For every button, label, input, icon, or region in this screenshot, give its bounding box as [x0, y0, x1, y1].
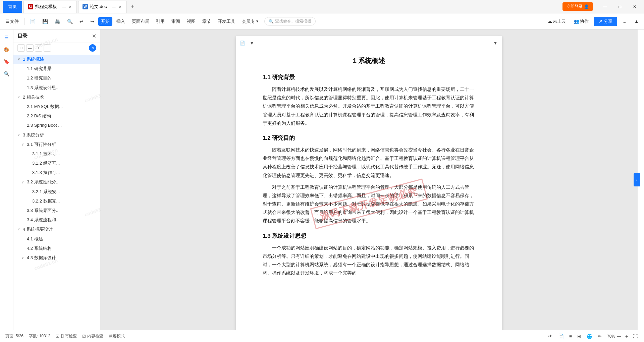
win-max-button[interactable]: □	[613, 2, 627, 11]
doc-toolbar-right: ▼	[491, 39, 499, 47]
toc-item[interactable]: ∨3 系统分析	[13, 130, 100, 140]
sidebar-icons: ☰ 🎨 🔖 🔍	[0, 30, 13, 330]
tab-add[interactable]: +	[128, 2, 138, 11]
tab-wps-close[interactable]: ✕	[68, 4, 72, 9]
toolbar-view[interactable]: 视图	[184, 17, 198, 26]
title-bar-right: 立即登录 👤 — □ ✕	[562, 2, 641, 11]
status-icon-web[interactable]: 🌐	[587, 334, 592, 339]
sidebar-icon-bookmark[interactable]: 🔖	[1, 56, 12, 67]
toc-title: 目录	[17, 33, 28, 39]
toolbar-reference[interactable]: 引用	[153, 17, 167, 26]
sidebar-icon-style[interactable]: 🎨	[1, 44, 12, 55]
toc-item[interactable]: ∨4 系统概要设计	[13, 225, 100, 234]
toc-item[interactable]: 2.1 MYSQL 数据...	[13, 102, 100, 111]
toolbar-cloud[interactable]: ☁ 未上云	[545, 17, 569, 26]
tab-home[interactable]: 首页	[3, 1, 22, 13]
toc-item-label: 3.2.2 数据完...	[32, 198, 60, 204]
toc-item[interactable]: 3.2.1 系统安...	[13, 187, 100, 196]
tab-doc-min[interactable]: —	[112, 4, 116, 9]
doc-section-1-2-heading: 1.2 研究目的	[263, 134, 475, 142]
status-icon-layout[interactable]: ⊞	[577, 334, 581, 339]
doc-icon-filter[interactable]: ▼	[491, 39, 499, 47]
toolbar-search[interactable]: 🔍 查找命令、搜索模板	[264, 17, 316, 25]
toc-item[interactable]: 3.1.2 经济可...	[13, 159, 100, 168]
zoom-in-button[interactable]: +	[623, 333, 630, 340]
win-min-button[interactable]: —	[598, 2, 612, 11]
sidebar-icon-search[interactable]: 🔍	[1, 68, 12, 79]
toc-item[interactable]: 1.2 研究目的	[13, 73, 100, 83]
doc-section-1-2-para-1: 随着互联网技术的快速发展，网络时代的到来，网络信息也将会改变当今社会。各行各业在…	[263, 146, 475, 180]
toolbar-start[interactable]: 开始	[98, 17, 112, 26]
toolbar-btn-5[interactable]: ↩	[77, 17, 86, 25]
right-panel-toggle[interactable]: ›	[634, 173, 640, 186]
toolbar-btn-2[interactable]: 💾	[40, 17, 51, 25]
toc-item[interactable]: 1.3 系统设计思...	[13, 83, 100, 93]
status-icon-eye[interactable]: 👁	[548, 334, 553, 339]
status-bar: 页面: 5/26 字数: 10312 ☑ 拼写检查 ☑ 内容检查 兼容模式 👁 …	[0, 330, 644, 342]
login-button[interactable]: 立即登录 👤	[562, 2, 593, 11]
toolbar-chapter[interactable]: 章节	[200, 17, 214, 26]
toolbar-more[interactable]: ...	[620, 17, 629, 25]
doc-icon-page[interactable]: 📄	[238, 39, 247, 47]
doc-section-1-3-heading: 1.3 系统设计思想	[263, 232, 475, 240]
toolbar-insert[interactable]: 插入	[114, 17, 128, 26]
toc-add[interactable]: +	[35, 44, 42, 52]
toolbar-collab[interactable]: 👥 协作	[571, 17, 591, 26]
status-icon-doc[interactable]: 📄	[558, 334, 564, 339]
toc-item[interactable]: 2.3 Spring Boot ...	[13, 121, 100, 130]
toc-expand-all[interactable]: □	[17, 44, 25, 52]
sidebar-icon-toc[interactable]: ☰	[1, 32, 12, 43]
toc-item[interactable]: 3.1.3 操作可...	[13, 168, 100, 177]
tab-wps-min[interactable]: —	[62, 4, 66, 9]
doc-icon-dropdown[interactable]: ▼	[248, 39, 256, 47]
tab-wps[interactable]: 找 找程壳模板 — ✕	[23, 1, 77, 13]
toolbar-member[interactable]: 会员专 ▼	[239, 17, 262, 26]
toc-item[interactable]: 3.4 系统流程和...	[13, 215, 100, 225]
toc-refresh-button[interactable]: ↻	[89, 44, 96, 52]
toolbar-btn-1[interactable]: 📄	[27, 17, 38, 25]
toolbar-review[interactable]: 审阅	[169, 17, 183, 26]
toc-panel: 目录 ✕ □ — + − ↻ ∨1 系统概述1.1 研究背景1.2 研究目的1.…	[13, 30, 101, 330]
toc-item[interactable]: 4.1 概述	[13, 234, 100, 244]
toc-collapse-all[interactable]: —	[26, 44, 34, 52]
status-icon-pen[interactable]: ✏	[598, 334, 602, 339]
tab-doc[interactable]: W 论文.doc — ✕	[78, 1, 127, 13]
toc-item[interactable]: 4.2 系统结构	[13, 244, 100, 253]
checkbox-icon: ☑	[56, 334, 59, 339]
toc-item[interactable]: ∨3.1 可行性分析	[13, 140, 100, 149]
status-right: 👁 📄 ≡ ⊞ 🌐 ✏ 70% — + ⛶	[548, 333, 639, 340]
toolbar-btn-6[interactable]: ↪	[88, 17, 97, 25]
tab-doc-close[interactable]: ✕	[118, 4, 122, 9]
win-close-button[interactable]: ✕	[628, 2, 641, 11]
toolbar-file[interactable]: ☰ 文件	[3, 17, 21, 26]
share-button[interactable]: ↗ 分享	[594, 17, 617, 26]
toc-item[interactable]: 3.2.2 数据完...	[13, 196, 100, 206]
status-content-check[interactable]: ☑ 内容检查	[82, 333, 103, 339]
tab-wps-label: 找程壳模板	[35, 4, 57, 10]
toc-item[interactable]: ∨3.2 系统性能分...	[13, 177, 100, 187]
toc-item-label: 2 相关技术	[23, 94, 44, 100]
toolbar-devtools[interactable]: 开发工具	[215, 17, 238, 26]
toc-item[interactable]: ∨1 系统概述	[13, 55, 100, 64]
toc-item-label: 3.1.1 技术可...	[32, 151, 60, 157]
toc-item[interactable]: ∨2 相关技术	[13, 93, 100, 102]
toolbar-btn-4[interactable]: 🔍	[64, 17, 75, 25]
toolbar-arrow-up[interactable]: ▲	[632, 17, 641, 25]
status-spell-check[interactable]: ☑ 拼写检查	[56, 333, 77, 339]
doc-section-1-1-para-1: 随着计算机技术的发展以及计算机网络的逐渐普及，互联网成为人们查找信息的重要场所，…	[263, 85, 475, 127]
zoom-level: 70%	[607, 334, 615, 339]
toolbar-page-layout[interactable]: 页面布局	[129, 17, 152, 26]
zoom-fullscreen-button[interactable]: ⛶	[632, 333, 639, 340]
toc-item[interactable]: 2.2 B/S 结构	[13, 111, 100, 121]
checkbox-icon-2: ☑	[82, 334, 86, 339]
status-icon-list[interactable]: ≡	[569, 334, 572, 339]
toc-item[interactable]: ∨4.3 数据库设计	[13, 253, 100, 263]
toc-remove[interactable]: −	[44, 44, 51, 52]
toc-item[interactable]: 3.1.1 技术可...	[13, 149, 100, 159]
toc-item[interactable]: 3.3 系统界面分...	[13, 206, 100, 215]
doc-area[interactable]: 📄 ▼ ▼ 1 系统概述 1.1 研究背景 随着计算机技术的发展以及计算机网络的…	[101, 30, 637, 330]
toc-close-button[interactable]: ✕	[92, 33, 96, 39]
right-panel: ›	[637, 30, 644, 330]
toolbar-btn-3[interactable]: 🖨️	[52, 17, 63, 25]
toc-item[interactable]: 1.1 研究背景	[13, 64, 100, 73]
